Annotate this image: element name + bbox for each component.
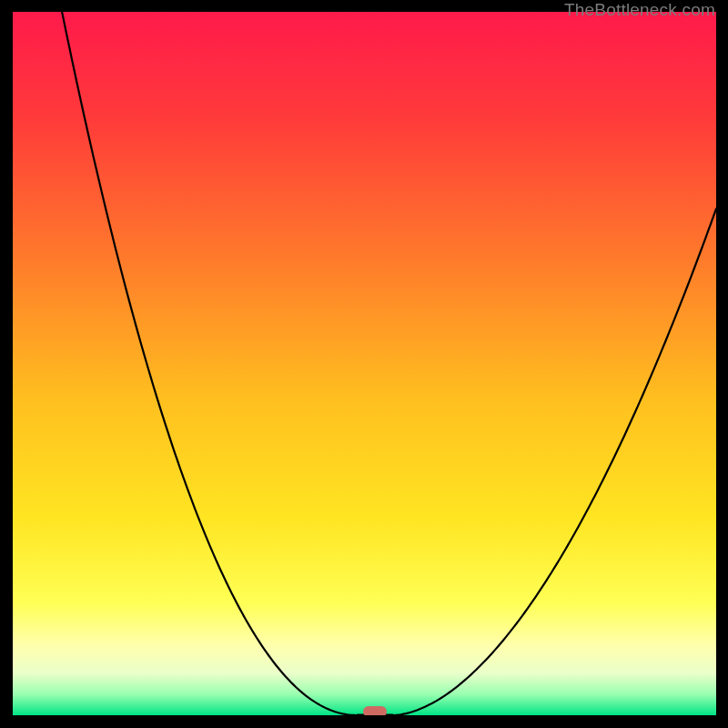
plot-area bbox=[13, 12, 716, 715]
watermark-text: TheBottleneck.com bbox=[564, 0, 715, 20]
chart-frame: TheBottleneck.com bbox=[0, 0, 728, 728]
bottleneck-curve bbox=[13, 12, 716, 715]
optimum-marker bbox=[363, 706, 387, 715]
